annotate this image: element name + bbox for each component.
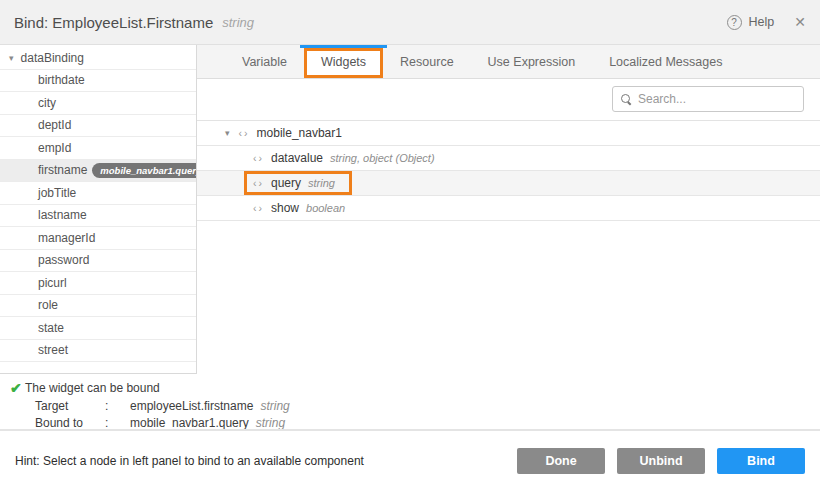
sidebar-item-label: password — [38, 253, 89, 267]
sidebar-item-label: city — [38, 96, 56, 110]
done-button[interactable]: Done — [517, 448, 605, 474]
status-value: employeeList.firstname — [130, 399, 253, 413]
caret-down-icon[interactable] — [225, 128, 230, 138]
help-link[interactable]: Help — [749, 15, 775, 29]
tree-node-query[interactable]: query string — [197, 171, 820, 196]
status-bound-to-row: Bound to : mobile_navbar1.query string — [0, 416, 560, 430]
sidebar-item-deptid[interactable]: deptId — [0, 115, 196, 138]
sidebar-item-databinding[interactable]: dataBinding — [0, 47, 196, 70]
tree-node-type: boolean — [306, 202, 345, 214]
header-actions: Help — [727, 14, 806, 30]
tab-use-expression[interactable]: Use Expression — [471, 45, 593, 78]
footer-buttons: Done Unbind Bind — [505, 448, 805, 474]
tab-bar: Variable Widgets Resource Use Expression… — [197, 45, 820, 79]
sidebar-item-picurl[interactable]: picurl — [0, 272, 196, 295]
tab-label: Localized Messages — [609, 55, 722, 69]
tree-node-mobile-navbar1[interactable]: mobile_navbar1 — [197, 121, 820, 146]
dialog-footer: Hint: Select a node in left panel to bin… — [0, 429, 820, 490]
bound-widget-badge: mobile_navbar1.query — [92, 163, 197, 178]
status-target-row: Target : employeeList.firstname string — [0, 399, 560, 413]
unbind-button[interactable]: Unbind — [617, 448, 705, 474]
tree-node-label: query — [271, 176, 301, 190]
sidebar-item-label: lastname — [38, 208, 87, 222]
search-icon — [621, 94, 631, 104]
success-check-icon — [0, 380, 25, 396]
dialog-title: Bind: EmployeeList.Firstname — [14, 14, 213, 31]
tree-node-type: string, object (Object) — [330, 152, 435, 164]
widget-tree: mobile_navbar1 datavalue string, object … — [197, 120, 820, 221]
tab-label: Widgets — [321, 55, 366, 69]
status-value-type: string — [256, 416, 285, 430]
search-input[interactable] — [638, 92, 788, 106]
sidebar-item-managerid[interactable]: managerId — [0, 227, 196, 250]
sidebar-item-password[interactable]: password — [0, 250, 196, 273]
sidebar-item-lastname[interactable]: lastname — [0, 205, 196, 228]
tab-localized-messages[interactable]: Localized Messages — [592, 45, 739, 78]
status-key: Target — [35, 399, 105, 413]
status-separator: : — [105, 399, 130, 413]
sidebar-item-label: empId — [38, 141, 71, 155]
help-icon[interactable] — [727, 15, 742, 30]
status-value-type: string — [260, 399, 289, 413]
sidebar-item-label: role — [38, 298, 58, 312]
status-key: Bound to — [35, 416, 105, 430]
binding-source-panel: Variable Widgets Resource Use Expression… — [197, 45, 820, 429]
status-separator: : — [105, 416, 130, 430]
code-icon — [253, 202, 264, 214]
sidebar-item-clipped[interactable] — [0, 362, 196, 374]
sidebar-item-empid[interactable]: empId — [0, 137, 196, 160]
tab-label: Variable — [242, 55, 287, 69]
sidebar-item-city[interactable]: city — [0, 92, 196, 115]
highlight-annotation: query string — [244, 171, 352, 195]
bind-button[interactable]: Bind — [717, 448, 805, 474]
binding-status: The widget can be bound Target : employe… — [0, 380, 560, 430]
tree-node-label: mobile_navbar1 — [257, 126, 342, 140]
sidebar-item-label: street — [38, 343, 68, 357]
sidebar-item-label: birthdate — [38, 73, 85, 87]
code-icon — [239, 127, 250, 139]
caret-down-icon[interactable] — [9, 53, 14, 63]
sidebar-item-label: firstname — [38, 163, 87, 177]
dialog-header: Bind: EmployeeList.Firstname string Help — [0, 0, 820, 45]
tab-resource[interactable]: Resource — [383, 45, 471, 78]
sidebar-item-street[interactable]: street — [0, 340, 196, 363]
sidebar-item-label: picurl — [38, 276, 67, 290]
sidebar-item-state[interactable]: state — [0, 317, 196, 340]
tree-node-datavalue[interactable]: datavalue string, object (Object) — [197, 146, 820, 171]
code-icon — [253, 152, 264, 164]
sidebar-item-label: dataBinding — [21, 51, 84, 65]
data-binding-panel: dataBinding birthdate city deptId empId … — [0, 45, 197, 374]
tab-label: Resource — [400, 55, 454, 69]
code-icon — [253, 177, 264, 189]
tree-node-show[interactable]: show boolean — [197, 196, 820, 221]
close-icon[interactable] — [794, 14, 806, 30]
status-message: The widget can be bound — [25, 381, 160, 395]
tab-label: Use Expression — [488, 55, 576, 69]
status-value: mobile_navbar1.query — [130, 416, 249, 430]
tab-variable[interactable]: Variable — [225, 45, 304, 78]
sidebar-item-label: managerId — [38, 231, 95, 245]
sidebar-item-birthdate[interactable]: birthdate — [0, 70, 196, 93]
sidebar-item-firstname[interactable]: firstname mobile_navbar1.query — [0, 160, 196, 183]
sidebar-item-jobtitle[interactable]: jobTitle — [0, 182, 196, 205]
search-area — [612, 86, 804, 112]
sidebar-item-label: jobTitle — [38, 186, 76, 200]
sidebar-item-role[interactable]: role — [0, 295, 196, 318]
tree-node-type: string — [308, 177, 335, 189]
sidebar-item-label: deptId — [38, 118, 71, 132]
tab-widgets[interactable]: Widgets — [304, 45, 383, 78]
sidebar-item-label: state — [38, 321, 64, 335]
active-tab-indicator — [300, 45, 387, 48]
hint-text: Hint: Select a node in left panel to bin… — [15, 454, 364, 468]
search-box[interactable] — [612, 86, 804, 112]
tree-node-label: show — [271, 201, 299, 215]
tree-node-label: datavalue — [271, 151, 323, 165]
dialog-title-type: string — [222, 15, 254, 30]
